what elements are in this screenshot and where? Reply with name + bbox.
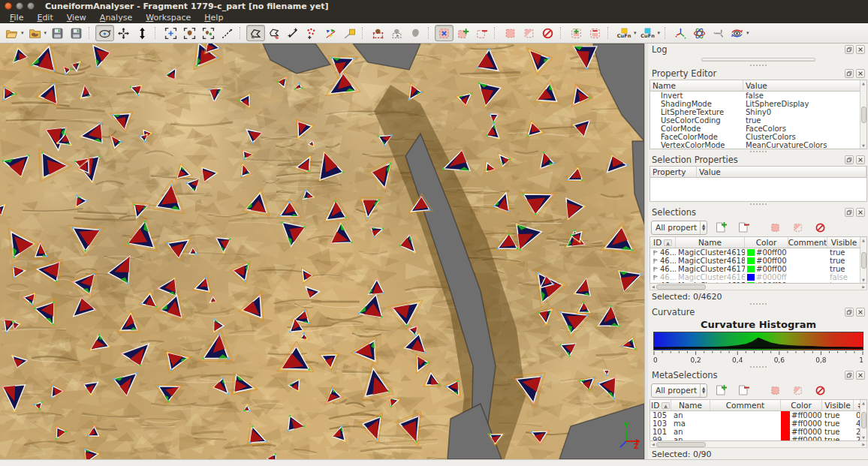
- column-header-color[interactable]: Color: [781, 400, 822, 410]
- selections-remove-button[interactable]: [734, 220, 752, 235]
- mesh-blob-button[interactable]: [406, 25, 425, 41]
- column-header-comment[interactable]: Comment: [710, 400, 781, 410]
- metaselections-remove-button[interactable]: [734, 383, 752, 398]
- property-row[interactable]: FaceColorModeClusterColors: [650, 133, 866, 141]
- metaselection-row[interactable]: 103ma#ff0000true4: [650, 419, 866, 428]
- open-folder-button[interactable]: [26, 25, 44, 41]
- close-panel-button[interactable]: [856, 371, 865, 380]
- menu-edit[interactable]: Edit: [30, 12, 59, 23]
- view-rotate-dropdown[interactable]: ▾: [746, 30, 749, 36]
- float-panel-button[interactable]: [845, 208, 854, 217]
- menu-file[interactable]: File: [3, 12, 30, 23]
- menu-workspace[interactable]: Workspace: [139, 12, 197, 23]
- column-header-name[interactable]: Name: [676, 237, 745, 248]
- meta-selection-add-button[interactable]: [567, 25, 586, 41]
- property-row[interactable]: ShadingModeLitSphereDisplay: [650, 100, 866, 108]
- crop-mesh-button[interactable]: [369, 25, 387, 41]
- node-edit-button[interactable]: [340, 25, 359, 41]
- menu-view[interactable]: View: [60, 12, 93, 23]
- close-panel-button[interactable]: [856, 45, 865, 54]
- pick-path-button[interactable]: [218, 25, 237, 41]
- horizontal-scrollbar[interactable]: ◀▶: [649, 441, 867, 448]
- viewport-3d[interactable]: [0, 44, 644, 459]
- selection-row[interactable]: 46...MagicCluster4617#00ff00true: [650, 265, 866, 273]
- property-row[interactable]: LitSphereTextureShiny0: [650, 108, 866, 116]
- selections-invert-selection-button[interactable]: [788, 220, 806, 235]
- close-window-button[interactable]: [5, 2, 12, 10]
- cufn-surface-button[interactable]: CuFn: [614, 25, 634, 41]
- lasso-pen-select-button[interactable]: [265, 25, 284, 41]
- metaselections-select-all-button[interactable]: [766, 383, 784, 398]
- vertical-scrollbar[interactable]: ▲▼: [860, 80, 866, 149]
- float-panel-button[interactable]: [845, 45, 854, 54]
- float-panel-button[interactable]: [845, 371, 854, 380]
- property-row[interactable]: UseColorCodingtrue: [650, 116, 866, 125]
- metaselections-filter-combobox[interactable]: All propert▲▼: [651, 383, 707, 398]
- close-panel-button[interactable]: [856, 208, 865, 217]
- property-row[interactable]: VertexColorModeMeanCurvatureColors: [650, 141, 866, 149]
- cufn-surface-dropdown[interactable]: ▾: [634, 30, 637, 36]
- close-panel-button[interactable]: [856, 69, 865, 78]
- axes-3d-button[interactable]: [671, 25, 690, 41]
- float-panel-button[interactable]: [845, 308, 854, 317]
- selection-row[interactable]: 46...MagicCluster4615#00ff00true: [650, 281, 866, 284]
- vector-flags-button[interactable]: [321, 25, 340, 41]
- selection-add-button[interactable]: [454, 25, 472, 41]
- column-header-color[interactable]: Color: [745, 237, 788, 248]
- copy-mesh-button[interactable]: [387, 25, 406, 41]
- close-panel-button[interactable]: [856, 308, 865, 317]
- vertical-scrollbar[interactable]: ▲▼: [860, 237, 866, 283]
- selections-select-all-button[interactable]: [766, 220, 784, 235]
- column-header-name[interactable]: Name: [650, 80, 743, 91]
- menu-help[interactable]: Help: [197, 12, 230, 23]
- column-header-visible[interactable]: Visible: [827, 237, 861, 248]
- selection-row[interactable]: 46...MagicCluster4619#00ff00true: [650, 248, 866, 257]
- save-as-button[interactable]: [67, 25, 86, 41]
- selection-replace-button[interactable]: [435, 25, 454, 41]
- selection-none-button[interactable]: [538, 25, 557, 41]
- selection-subtract-button[interactable]: [472, 25, 491, 41]
- rotate-view-button[interactable]: [95, 25, 114, 41]
- view-rotate-button[interactable]: [728, 25, 746, 41]
- horizontal-scrollbar[interactable]: ◀▶: [649, 284, 867, 290]
- metaselection-row[interactable]: 99an#ff0000true2: [650, 436, 866, 441]
- metaselections-invert-selection-button[interactable]: [788, 383, 806, 398]
- pan-view-button[interactable]: [114, 25, 133, 41]
- selections-clear-selection-button[interactable]: [811, 220, 829, 235]
- curvature-histogram[interactable]: [653, 332, 863, 365]
- selection-row[interactable]: 46...MagicCluster4618#00ff00true: [650, 257, 866, 265]
- log-resize-handle[interactable]: [648, 56, 868, 63]
- metaselections-clear-selection-button[interactable]: [811, 383, 829, 398]
- point-select-button[interactable]: [303, 25, 321, 41]
- menu-analyse[interactable]: Analyse: [93, 12, 139, 23]
- combobox-spinner-icon[interactable]: ▲▼: [700, 384, 707, 397]
- close-panel-button[interactable]: [856, 155, 865, 164]
- column-header-value[interactable]: Value: [743, 80, 866, 91]
- select-object-button[interactable]: [180, 25, 199, 41]
- selection-fill-button[interactable]: [501, 25, 520, 41]
- new-selection-button[interactable]: [161, 25, 180, 41]
- column-header-id[interactable]: ID▲: [650, 237, 676, 248]
- float-panel-button[interactable]: [845, 155, 854, 164]
- selections-add-button[interactable]: [712, 220, 730, 235]
- select-all-objects-button[interactable]: [199, 25, 218, 41]
- save-button[interactable]: [48, 25, 67, 41]
- property-row[interactable]: Invertfalse: [650, 92, 866, 100]
- cufn-curvature-button[interactable]: CuFn: [638, 25, 658, 41]
- column-header-value[interactable]: Value: [697, 167, 866, 177]
- metaselection-row[interactable]: 105an#ff0000true0: [650, 411, 866, 419]
- column-header-visible[interactable]: Visible: [822, 400, 854, 410]
- cufn-curvature-dropdown[interactable]: ▾: [658, 30, 661, 36]
- column-header-property[interactable]: Property: [650, 167, 697, 177]
- meta-selection-remove-button[interactable]: [586, 25, 604, 41]
- column-header-comment[interactable]: Comment: [788, 237, 827, 248]
- float-panel-button[interactable]: [845, 69, 854, 78]
- minimize-window-button[interactable]: [16, 2, 23, 10]
- property-row[interactable]: ColorModeFaceColors: [650, 125, 866, 133]
- open-file-dropdown[interactable]: ▾: [21, 30, 24, 36]
- combobox-spinner-icon[interactable]: ▲▼: [700, 221, 707, 234]
- measure-button[interactable]: [284, 25, 303, 41]
- selection-row[interactable]: 46...MagicCluster4616#0000fffalse: [650, 273, 866, 281]
- column-header-id[interactable]: ID▲: [650, 400, 671, 410]
- metaselections-add-button[interactable]: [712, 383, 730, 398]
